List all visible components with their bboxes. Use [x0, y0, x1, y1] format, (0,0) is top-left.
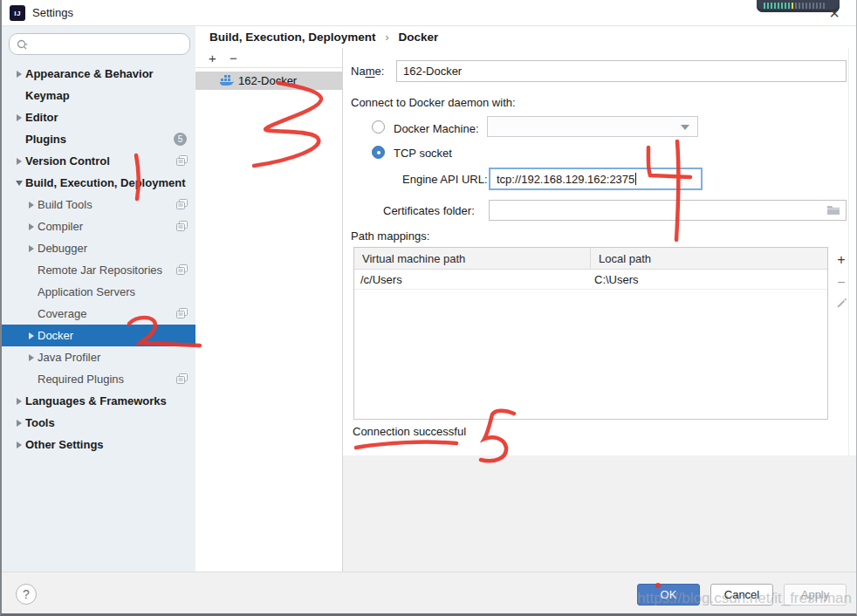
docker-machine-radio[interactable]	[372, 120, 385, 133]
search-icon	[17, 39, 31, 50]
chevron-right-icon[interactable]	[13, 71, 25, 78]
folder-browse-icon[interactable]	[826, 204, 840, 218]
docker-settings-form: Name: 162-Docker Connect to Docker daemo…	[343, 48, 857, 455]
breadcrumb-build-execution-deployment[interactable]: Build, Execution, Deployment	[209, 31, 376, 44]
docker-machine-dropdown[interactable]	[487, 116, 698, 137]
sidebar-item-docker[interactable]: Docker	[2, 325, 195, 346]
remove-icon[interactable]: −	[230, 51, 250, 65]
footer-divider	[2, 572, 857, 572]
edit-pencil-icon[interactable]	[835, 294, 847, 317]
settings-tree: Appearance & Behavior Keymap Editor Plug…	[2, 63, 195, 455]
engine-api-url-input[interactable]: tcp://192.168.129.162:2375	[489, 168, 703, 190]
docker-machine-label: Docker Machine:	[394, 122, 479, 135]
chevron-down-icon[interactable]	[13, 181, 25, 186]
window-title: Settings	[32, 6, 73, 19]
name-input[interactable]: 162-Docker	[396, 60, 847, 82]
text-cursor	[635, 173, 636, 185]
sidebar-item-other-settings[interactable]: Other Settings	[2, 434, 195, 455]
sidebar-item-languages-frameworks[interactable]: Languages & Frameworks	[2, 390, 195, 412]
title-bar: IJ Settings ×	[2, 0, 856, 26]
apply-button[interactable]: Apply	[784, 584, 847, 606]
remove-mapping-icon[interactable]: −	[837, 271, 845, 294]
add-mapping-icon[interactable]: +	[837, 249, 845, 271]
chevron-right-icon[interactable]	[13, 158, 25, 165]
sidebar-item-keymap[interactable]: Keymap	[2, 85, 195, 106]
sidebar-item-coverage[interactable]: Coverage	[2, 303, 195, 325]
project-settings-icon	[176, 373, 188, 387]
search-box[interactable]	[9, 33, 190, 55]
column-header-virtual-machine-path: Virtual machine path	[354, 248, 591, 269]
path-mappings-label: Path mappings:	[351, 229, 429, 243]
cancel-button[interactable]: Cancel	[710, 584, 773, 606]
breadcrumb-strip: Build, Execution, Deployment › Docker	[195, 26, 857, 48]
table-side-toolbar: + −	[831, 249, 852, 317]
sidebar-item-required-plugins[interactable]: Required Plugins	[2, 368, 195, 390]
path-mappings-table: Virtual machine path Local path /c/Users…	[353, 247, 828, 420]
project-settings-icon	[176, 264, 188, 278]
add-icon[interactable]: +	[209, 51, 230, 65]
sidebar-item-editor[interactable]: Editor	[2, 106, 195, 128]
sidebar-item-appearance[interactable]: Appearance & Behavior	[2, 63, 195, 85]
settings-sidebar: Appearance & Behavior Keymap Editor Plug…	[2, 26, 195, 572]
intellij-logo-icon: IJ	[10, 5, 25, 21]
sidebar-item-debugger[interactable]: Debugger	[2, 237, 195, 259]
search-input[interactable]	[31, 38, 189, 51]
sidebar-item-compiler[interactable]: Compiler	[2, 216, 195, 237]
close-icon[interactable]: ×	[824, 3, 845, 24]
chevron-right-icon[interactable]	[25, 332, 38, 339]
tcp-socket-radio[interactable]	[372, 146, 385, 159]
connection-status: Connection successful	[353, 425, 466, 438]
project-settings-icon	[176, 199, 188, 213]
help-button[interactable]: ?	[16, 584, 37, 605]
table-row[interactable]: /c/Users C:\Users	[354, 270, 827, 290]
plugins-count-badge: 5	[174, 133, 187, 146]
project-settings-icon	[176, 155, 188, 169]
sidebar-item-build-tools[interactable]: Build Tools	[2, 194, 195, 216]
connect-with-label: Connect to Docker daemon with:	[351, 96, 516, 109]
project-settings-icon	[176, 308, 188, 322]
sidebar-item-java-profiler[interactable]: Java Profiler	[2, 346, 195, 368]
breadcrumb-separator: ›	[379, 31, 395, 44]
sidebar-item-version-control[interactable]: Version Control	[2, 150, 195, 172]
certificates-folder-input[interactable]	[489, 200, 847, 221]
sidebar-item-build-execution-deployment[interactable]: Build, Execution, Deployment	[2, 172, 195, 194]
list-toolbar: + −	[195, 48, 342, 68]
breadcrumb-docker[interactable]: Docker	[399, 31, 439, 44]
breadcrumb: Build, Execution, Deployment › Docker	[209, 31, 438, 44]
chevron-right-icon[interactable]	[25, 223, 38, 230]
chevron-right-icon[interactable]	[25, 202, 38, 209]
chevron-right-icon[interactable]	[13, 420, 25, 427]
chevron-right-icon[interactable]	[25, 354, 38, 361]
chevron-down-icon	[681, 125, 689, 130]
sidebar-item-plugins[interactable]: Plugins5	[2, 128, 195, 150]
docker-server-list-panel: + − 162-Docker	[195, 48, 343, 572]
chevron-right-icon[interactable]	[13, 441, 25, 448]
column-header-local-path: Local path	[591, 248, 827, 269]
docker-whale-icon	[220, 75, 234, 87]
engine-api-url-label: Engine API URL:	[402, 173, 488, 186]
sidebar-item-application-servers[interactable]: Application Servers	[2, 281, 195, 303]
sidebar-item-remote-jar-repositories[interactable]: Remote Jar Repositories	[2, 259, 195, 281]
list-item-162-docker[interactable]: 162-Docker	[195, 72, 342, 90]
project-settings-icon	[176, 221, 188, 235]
chevron-right-icon[interactable]	[25, 245, 38, 252]
chevron-right-icon[interactable]	[13, 114, 25, 121]
indicator-bars-gray	[795, 3, 826, 9]
table-header-row: Virtual machine path Local path	[354, 248, 827, 270]
settings-dialog: IJ Settings × Appearance & Behavior Keym…	[0, 0, 857, 616]
certificates-folder-label: Certificates folder:	[383, 204, 475, 217]
sidebar-item-tools[interactable]: Tools	[2, 412, 195, 434]
chevron-right-icon[interactable]	[13, 398, 25, 405]
indicator-bars-teal	[764, 3, 792, 9]
tcp-socket-label: TCP socket	[394, 147, 452, 160]
name-label: Name:	[351, 65, 384, 78]
ok-button[interactable]: OK	[637, 584, 700, 606]
